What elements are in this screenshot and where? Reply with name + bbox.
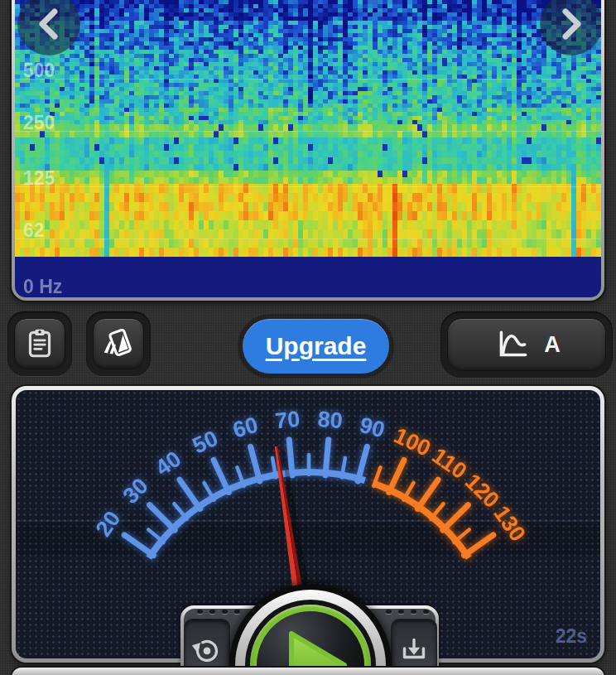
gauge-tick: [148, 529, 163, 542]
rivet: [423, 610, 429, 614]
clipboard-icon: [22, 326, 57, 361]
gauge-tick-label: 80: [317, 407, 344, 434]
elapsed-time: 22s: [556, 625, 587, 648]
gauge-tick: [454, 529, 469, 542]
play-button-green-ring: [250, 605, 371, 675]
rivet: [386, 610, 392, 614]
gauge-tick-label: 130: [488, 501, 530, 546]
freq-gridline: [15, 186, 601, 187]
rivet: [411, 610, 416, 614]
rivet: [234, 610, 240, 614]
gauge-tick: [431, 504, 443, 518]
gauge-high-scale: 100110120130: [373, 423, 530, 558]
chevron-left-icon: [35, 6, 63, 42]
save-button[interactable]: [391, 619, 437, 673]
history-button-well: [7, 311, 72, 376]
gauge-tick-label: 40: [151, 446, 185, 481]
gauge-tick: [358, 446, 367, 481]
rivet: [222, 610, 228, 614]
upgrade-label: Upgrade: [266, 332, 367, 359]
download-icon: [397, 632, 431, 668]
gauge-tick-label: 70: [274, 407, 301, 434]
frequency-floor-label: 0 Hz: [23, 276, 62, 297]
rivet: [209, 610, 215, 614]
gauge-tick-label: 110: [427, 443, 471, 485]
next-panel-top-edge: [12, 668, 604, 675]
gauge-tick: [464, 535, 493, 556]
spectrogram-canvas[interactable]: [15, 0, 601, 257]
gauge-tick-label: 60: [230, 412, 261, 443]
gauge-tick-label: 90: [357, 412, 387, 443]
gauge-tick: [214, 460, 229, 492]
chevron-right-icon: [557, 6, 585, 42]
tilt-display-button[interactable]: [93, 318, 144, 369]
gauge-tick: [389, 460, 404, 492]
gauge-tick: [417, 480, 438, 509]
gauge-tick: [180, 480, 200, 509]
play-button-face: [257, 611, 364, 675]
gauge-low-scale: 2030405060708090: [91, 407, 387, 558]
gauge-tick: [443, 505, 468, 530]
spectrogram-view[interactable]: 50025012562 0 Hz: [15, 0, 601, 297]
weighting-button-well: A: [440, 311, 613, 378]
weighting-value: A: [544, 332, 561, 358]
response-curve-icon: [493, 328, 532, 361]
gauge-tick: [150, 505, 175, 530]
gauge-tick: [289, 440, 292, 475]
tilt-meter-icon: [101, 326, 136, 361]
reset-button[interactable]: [184, 619, 230, 673]
freq-gridline: [15, 239, 601, 239]
gauge-tick: [325, 440, 329, 475]
freq-gridline: [15, 79, 601, 80]
rivet: [398, 610, 404, 614]
history-button[interactable]: [14, 318, 65, 369]
gauge-tick: [174, 504, 186, 518]
gauge-tick-label: 100: [390, 423, 435, 461]
gauge-tick: [251, 446, 260, 481]
upgrade-button[interactable]: Upgrade: [243, 319, 389, 374]
rivet: [197, 610, 203, 614]
gauge-tick-label: 20: [91, 506, 126, 541]
gauge-tick-label: 50: [189, 426, 222, 459]
play-icon: [257, 611, 364, 675]
tilt-button-well: [86, 311, 151, 376]
freq-gridline: [15, 131, 601, 132]
weighting-button[interactable]: A: [447, 318, 606, 371]
spectrogram-panel: 50025012562 0 Hz: [12, 0, 604, 301]
gauge-tick: [124, 535, 153, 556]
reset-icon: [190, 632, 224, 668]
app-root: 50025012562 0 Hz: [0, 0, 616, 675]
